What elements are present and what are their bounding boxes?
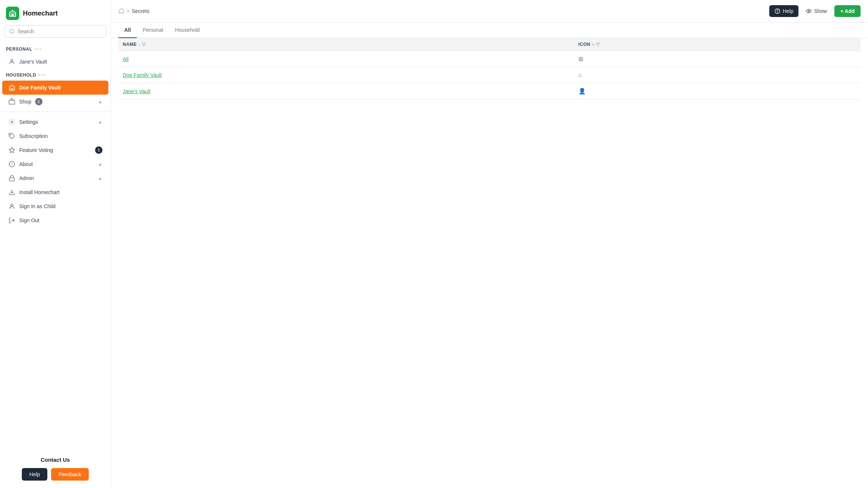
download-icon: [8, 189, 16, 196]
col-icon: ICON ≡ ▽: [574, 38, 861, 51]
show-button[interactable]: Show: [802, 5, 831, 17]
search-box[interactable]: [4, 25, 106, 38]
row-name-all: All: [118, 51, 574, 67]
breadcrumb-current: Secrets: [132, 8, 149, 14]
sidebar-item-settings[interactable]: Settings ▲: [2, 115, 108, 129]
household-label: HOUSEHOLD: [6, 72, 36, 78]
svg-point-1: [10, 30, 14, 33]
sidebar-item-doe-family-vault[interactable]: Doe Family Vault: [2, 81, 108, 95]
doe-family-vault-label: Doe Family Vault: [19, 85, 61, 91]
svg-point-17: [777, 13, 778, 13]
icon-filter-icon[interactable]: ≡ ▽: [592, 42, 600, 47]
breadcrumb-separator: >: [126, 8, 129, 14]
svg-line-2: [13, 33, 14, 34]
sign-in-child-label: Sign In as Child: [19, 203, 55, 209]
search-input[interactable]: [18, 28, 101, 34]
sign-out-label: Sign Out: [19, 217, 39, 223]
svg-point-6: [11, 121, 13, 123]
row-name-jane: Jane's Vault: [118, 83, 574, 99]
sidebar-item-sign-out[interactable]: Sign Out: [2, 213, 108, 227]
tab-personal[interactable]: Personal: [137, 23, 169, 38]
col-name-label: NAME: [123, 42, 137, 47]
sidebar-item-about[interactable]: About ▲: [2, 157, 108, 171]
star-icon: [8, 146, 16, 154]
info-icon: [8, 160, 16, 168]
add-label: + Add: [840, 8, 855, 14]
doe-family-vault-link[interactable]: Doe Family Vault: [123, 72, 162, 78]
name-filter-icon[interactable]: ▽: [142, 42, 146, 47]
admin-chevron: ▲: [98, 176, 102, 181]
table-row[interactable]: Doe Family Vault ⌂: [118, 67, 861, 83]
sidebar-item-admin[interactable]: Admin ▲: [2, 171, 108, 185]
personal-section-header: PERSONAL ···: [0, 43, 111, 55]
sort-icon[interactable]: ↓: [138, 42, 141, 47]
admin-label: Admin: [19, 175, 34, 181]
janes-vault-label: Jane's Vault: [19, 59, 47, 65]
svg-rect-0: [11, 14, 14, 16]
shop-badge: 6: [35, 98, 43, 105]
svg-marker-8: [9, 148, 15, 153]
secrets-table: NAME ↓ ▽ ICON ≡ ▽: [118, 38, 861, 99]
table-row[interactable]: Jane's Vault 👤: [118, 83, 861, 99]
show-label: Show: [814, 8, 827, 14]
tabs-bar: All Personal Household: [111, 23, 868, 38]
help-top-button[interactable]: Help: [769, 5, 798, 17]
settings-label: Settings: [19, 119, 38, 125]
add-button[interactable]: + Add: [834, 5, 861, 17]
home-icon: [8, 84, 16, 91]
search-icon: [9, 28, 15, 34]
person-icon: [8, 58, 16, 65]
table-container: NAME ↓ ▽ ICON ≡ ▽: [111, 38, 868, 488]
row-icon-all: ⊞: [574, 51, 861, 67]
sidebar-divider-1: [0, 112, 111, 112]
household-menu-dots[interactable]: ···: [38, 72, 45, 78]
table-header-row: NAME ↓ ▽ ICON ≡ ▽: [118, 38, 861, 51]
row-icon-jane: 👤: [574, 83, 861, 99]
svg-rect-5: [9, 100, 15, 104]
sign-out-icon: [8, 217, 16, 224]
subscription-icon: [8, 132, 16, 140]
contact-us-section: Contact Us Help Feedback: [0, 449, 111, 488]
sidebar-item-subscription[interactable]: Subscription: [2, 129, 108, 143]
col-icon-label: ICON: [578, 42, 590, 47]
sidebar-item-shop[interactable]: Shop 6 ▲: [2, 95, 108, 109]
sidebar-item-janes-vault[interactable]: Jane's Vault: [2, 55, 108, 69]
sidebar-item-sign-in-child[interactable]: Sign In as Child: [2, 199, 108, 213]
svg-point-14: [11, 204, 13, 206]
child-icon: [8, 203, 16, 210]
svg-point-3: [11, 60, 13, 62]
personal-label: PERSONAL: [6, 47, 32, 52]
shop-icon: [8, 98, 16, 105]
household-section-header: HOUSEHOLD ···: [0, 69, 111, 81]
svg-point-18: [808, 10, 810, 12]
svg-rect-12: [9, 178, 14, 181]
svg-point-7: [10, 134, 11, 135]
feature-voting-label: Feature Voting: [19, 147, 53, 153]
feature-voting-badge: 5: [95, 146, 102, 154]
help-top-label: Help: [783, 8, 793, 14]
logo-icon: [6, 7, 19, 20]
top-bar-actions: Help Show + Add: [769, 5, 861, 17]
feedback-button[interactable]: Feedback: [51, 468, 88, 481]
help-button[interactable]: Help: [22, 468, 47, 481]
top-bar: > Secrets Help Show + Add: [111, 0, 868, 23]
contact-us-title: Contact Us: [6, 457, 105, 463]
table-row[interactable]: All ⊞: [118, 51, 861, 67]
settings-chevron: ▲: [98, 119, 102, 125]
col-name: NAME ↓ ▽: [118, 38, 574, 51]
lock-icon: [8, 174, 16, 182]
janes-vault-link[interactable]: Jane's Vault: [123, 88, 151, 94]
sidebar: Homechart PERSONAL ··· Jane's Vault HOUS…: [0, 0, 111, 488]
install-label: Install Homechart: [19, 189, 60, 195]
sidebar-item-feature-voting[interactable]: Feature Voting 5: [2, 143, 108, 157]
subscription-label: Subscription: [19, 133, 48, 139]
sidebar-item-install[interactable]: Install Homechart: [2, 185, 108, 199]
tab-all[interactable]: All: [118, 23, 137, 38]
tab-household[interactable]: Household: [169, 23, 206, 38]
breadcrumb-home[interactable]: [118, 8, 124, 15]
personal-menu-dots[interactable]: ···: [34, 46, 41, 52]
all-link[interactable]: All: [123, 56, 129, 62]
main-content: > Secrets Help Show + Add All Persona: [111, 0, 868, 488]
about-label: About: [19, 161, 33, 167]
row-name-doe: Doe Family Vault: [118, 67, 574, 83]
